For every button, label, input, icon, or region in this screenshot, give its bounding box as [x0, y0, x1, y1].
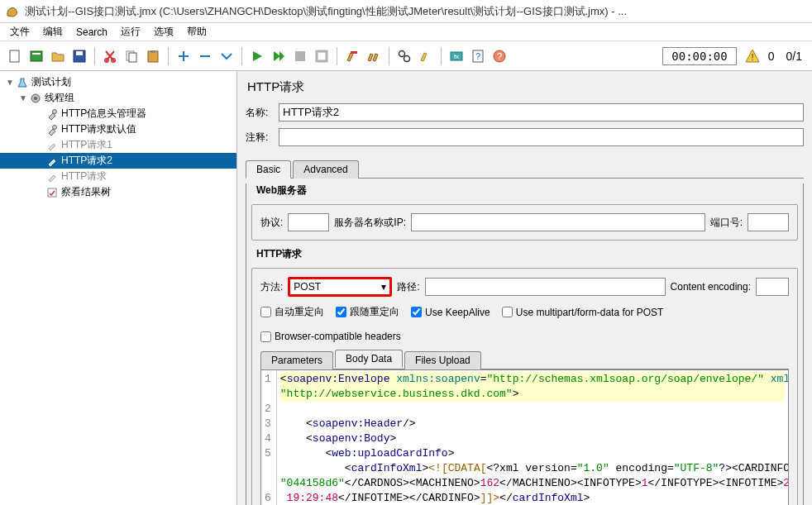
stop-icon[interactable] — [290, 46, 310, 66]
svg-rect-11 — [295, 51, 305, 61]
cb-multipart[interactable]: Use multipart/form-data for POST — [502, 307, 664, 318]
tab-body-data[interactable]: Body Data — [335, 350, 403, 368]
cb-browser-compat[interactable]: Browser-compatible headers — [260, 331, 401, 342]
title-bar: 测试计划--GIS接口测试.jmx (C:\Users\ZHANGCH\Desk… — [0, 0, 812, 23]
gear-icon — [28, 92, 43, 105]
wrench-icon — [45, 107, 60, 121]
clear-icon[interactable] — [342, 46, 362, 66]
help-icon-2[interactable]: ? — [490, 46, 509, 66]
tab-files-upload[interactable]: Files Upload — [404, 351, 481, 369]
protocol-input[interactable] — [288, 213, 329, 231]
code-area[interactable]: <soapenv:Envelope xmlns:soapenv="http://… — [277, 370, 788, 505]
tree-label: HTTP信息头管理器 — [61, 107, 146, 121]
function-helper-icon[interactable]: fx — [447, 46, 466, 66]
menu-options[interactable]: 选项 — [149, 23, 179, 40]
tab-parameters[interactable]: Parameters — [260, 351, 333, 369]
pipette-icon — [45, 155, 60, 168]
cut-icon[interactable] — [100, 46, 120, 66]
server-label: 服务器名称或IP: — [334, 216, 406, 230]
tree-label: 察看结果树 — [61, 185, 111, 199]
thread-counts: 0/1 — [786, 50, 802, 63]
path-input[interactable] — [425, 278, 666, 296]
port-label: 端口号: — [710, 216, 743, 230]
comment-input[interactable] — [279, 128, 804, 146]
menu-edit[interactable]: 编辑 — [38, 23, 68, 40]
port-input[interactable] — [748, 213, 789, 231]
path-label: 路径: — [397, 280, 419, 294]
pipette-icon — [45, 139, 60, 152]
expand-icon[interactable] — [174, 46, 193, 66]
svg-rect-10 — [150, 50, 155, 53]
paste-icon[interactable] — [143, 46, 163, 66]
name-label: 名称: — [246, 106, 279, 120]
toggle-icon[interactable]: ▼ — [18, 93, 28, 102]
toolbar: fx ? ? 00:00:00 ! 0 0/1 — [0, 41, 812, 71]
svg-text:?: ? — [497, 51, 502, 61]
start-icon[interactable] — [247, 46, 267, 66]
tree-item-http1[interactable]: HTTP请求1 — [0, 137, 236, 153]
shutdown-icon[interactable] — [312, 46, 332, 66]
test-plan-tree[interactable]: ▼ 测试计划 ▼ 线程组 HTTP信息头管理器 HTTP请求默认值 HTTP请求… — [0, 71, 237, 505]
body-tabs: Parameters Body Data Files Upload — [260, 350, 789, 369]
server-input[interactable] — [411, 213, 705, 231]
tree-item-request-defaults[interactable]: HTTP请求默认值 — [0, 121, 236, 137]
clear-all-icon[interactable] — [364, 46, 384, 66]
body-data-editor[interactable]: 1 2345 678 <soapenv:Envelope xmlns:soape… — [260, 369, 789, 505]
protocol-label: 协议: — [260, 216, 283, 230]
menu-help[interactable]: 帮助 — [182, 23, 212, 40]
collapse-icon[interactable] — [195, 46, 215, 66]
tree-label: 测试计划 — [31, 75, 71, 89]
tab-basic[interactable]: Basic — [246, 160, 291, 179]
templates-icon[interactable] — [26, 46, 46, 66]
http-request-title: HTTP请求 — [256, 247, 798, 261]
svg-rect-2 — [32, 53, 41, 55]
comment-label: 注释: — [246, 131, 279, 145]
web-server-title: Web服务器 — [256, 183, 798, 198]
svg-rect-4 — [76, 51, 83, 55]
svg-rect-12 — [317, 51, 327, 61]
tab-advanced[interactable]: Advanced — [293, 160, 358, 179]
svg-rect-13 — [351, 51, 357, 54]
svg-point-15 — [404, 55, 410, 61]
menu-search[interactable]: Search — [71, 25, 112, 40]
method-select[interactable]: POST ▾ — [288, 277, 392, 297]
cb-follow-redirect[interactable]: 跟随重定向 — [336, 305, 399, 319]
tree-label: 线程组 — [45, 91, 74, 105]
menu-run[interactable]: 运行 — [116, 23, 146, 40]
pipette-icon — [45, 170, 60, 183]
save-icon[interactable] — [69, 46, 89, 66]
tree-item-http[interactable]: HTTP请求 — [0, 169, 236, 184]
method-label: 方法: — [260, 280, 283, 294]
app-logo-icon — [5, 4, 20, 19]
open-icon[interactable] — [48, 46, 68, 66]
start-no-pause-icon[interactable] — [269, 46, 289, 66]
svg-point-25 — [53, 109, 57, 113]
tree-label: HTTP请求2 — [61, 154, 112, 168]
toggle-icon[interactable] — [217, 46, 236, 66]
cb-auto-redirect[interactable]: 自动重定向 — [260, 305, 324, 319]
svg-text:?: ? — [475, 51, 480, 61]
help-icon[interactable]: ? — [468, 46, 488, 66]
reset-search-icon[interactable] — [416, 46, 436, 66]
encoding-input[interactable] — [756, 278, 789, 296]
results-icon — [45, 186, 60, 199]
tree-thread-group[interactable]: ▼ 线程组 — [0, 90, 236, 106]
search-icon[interactable] — [394, 46, 414, 66]
elapsed-timer: 00:00:00 — [662, 47, 736, 65]
tree-item-header-manager[interactable]: HTTP信息头管理器 — [0, 106, 236, 121]
cb-keepalive[interactable]: Use KeepAlive — [411, 307, 490, 318]
basic-advanced-tabs: Basic Advanced — [246, 160, 804, 179]
name-input[interactable] — [279, 103, 804, 121]
new-icon[interactable] — [5, 46, 25, 66]
warning-icon[interactable]: ! — [743, 47, 762, 65]
tree-item-http2[interactable]: HTTP请求2 — [0, 153, 236, 169]
tree-item-results-tree[interactable]: 察看结果树 — [0, 184, 236, 200]
toggle-icon[interactable]: ▼ — [5, 78, 15, 87]
svg-text:!: ! — [751, 52, 753, 62]
tree-root[interactable]: ▼ 测试计划 — [0, 74, 236, 90]
copy-icon[interactable] — [122, 46, 141, 66]
menu-file[interactable]: 文件 — [5, 23, 35, 40]
line-gutter: 1 2345 678 — [261, 370, 277, 505]
chevron-down-icon: ▾ — [381, 281, 386, 293]
wrench-icon — [45, 123, 60, 136]
